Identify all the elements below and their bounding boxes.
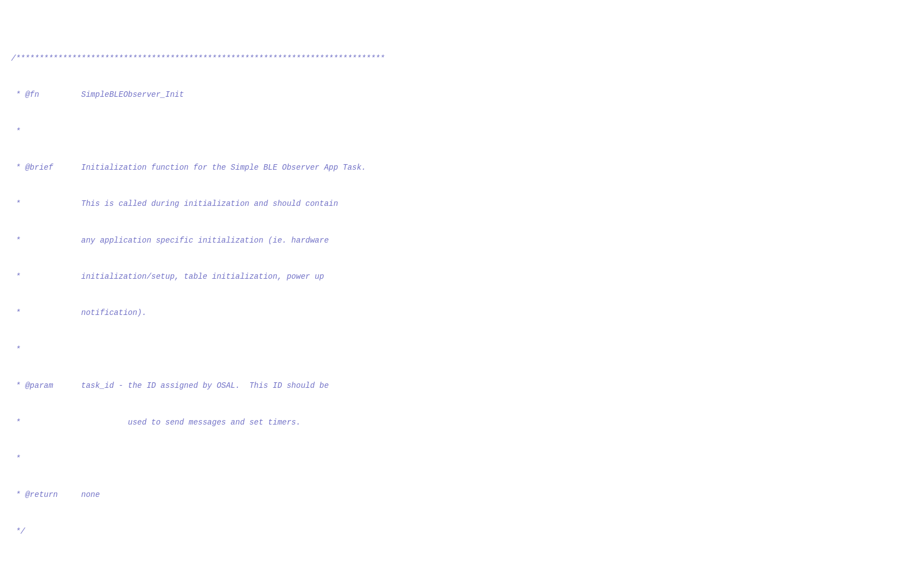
comment-text: * This is called during initialization a… xyxy=(11,198,338,210)
line-4: * @brief Initialization function for the… xyxy=(11,162,924,174)
comment-text: * @param task_id - the ID assigned by OS… xyxy=(11,380,329,392)
line-2: * @fn SimpleBLEObserver_Init xyxy=(11,89,924,101)
comment-text: * @fn SimpleBLEObserver_Init xyxy=(11,89,184,101)
comment-text: /***************************************… xyxy=(11,53,385,65)
line-12: * xyxy=(11,453,924,465)
comment-text: * xyxy=(11,453,21,465)
comment-text: * any application specific initializatio… xyxy=(11,235,329,247)
comment-text: * @brief Initialization function for the… xyxy=(11,162,366,174)
comment-text: * @return none xyxy=(11,489,100,501)
comment-text: * initialization/setup, table initializa… xyxy=(11,271,324,283)
comment-text: * notification). xyxy=(11,307,147,319)
line-6: * any application specific initializatio… xyxy=(11,235,924,247)
line-13: * @return none xyxy=(11,489,924,501)
comment-text: * used to send messages and set timers. xyxy=(11,417,301,429)
line-14: */ xyxy=(11,526,924,538)
line-1: /***************************************… xyxy=(11,53,924,65)
line-5: * This is called during initialization a… xyxy=(11,198,924,210)
line-9: * xyxy=(11,344,924,356)
comment-text: */ xyxy=(11,526,25,538)
line-3: * xyxy=(11,126,924,138)
code-container: /***************************************… xyxy=(0,0,924,562)
line-10: * @param task_id - the ID assigned by OS… xyxy=(11,380,924,392)
code-block: /***************************************… xyxy=(0,0,924,562)
line-8: * notification). xyxy=(11,307,924,319)
comment-text: * xyxy=(11,344,21,356)
line-11: * used to send messages and set timers. xyxy=(11,417,924,429)
comment-text: * xyxy=(11,126,21,138)
line-7: * initialization/setup, table initializa… xyxy=(11,271,924,283)
